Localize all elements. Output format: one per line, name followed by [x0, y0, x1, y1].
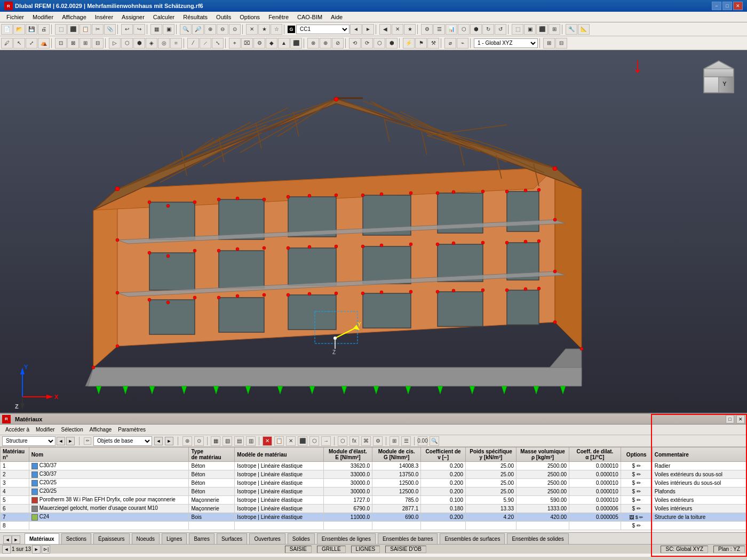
tb2-btn-13[interactable]: ◎	[158, 38, 170, 49]
panel-tb-1[interactable]: ⊛	[182, 436, 192, 446]
tb-btn-6[interactable]: ⬛	[67, 24, 79, 35]
print-button[interactable]: 🖨	[38, 24, 50, 35]
global-xyz-combo[interactable]: 1 - Global XYZ	[474, 38, 538, 48]
tab-solides[interactable]: Solides	[288, 533, 315, 544]
menu-outils[interactable]: Outils	[212, 13, 235, 21]
cell-options[interactable]: 🖼 $ ✏	[621, 513, 652, 522]
tb2-btn-20[interactable]: ⚙	[253, 38, 265, 49]
menu-fenetre[interactable]: Fenêtre	[264, 13, 293, 21]
tb2-btn-1[interactable]: 🖊	[1, 38, 13, 49]
panel-expand-button[interactable]: □	[726, 415, 734, 423]
tb2-btn-28[interactable]: ⟳	[361, 38, 373, 49]
tb2-btn-8[interactable]: ⊟	[92, 38, 104, 49]
window-controls[interactable]: − □ ✕	[712, 2, 743, 10]
tb-btn-16[interactable]: ⊕	[204, 24, 216, 35]
panel-tb-9[interactable]: ✕	[286, 436, 296, 446]
tb-btn-34[interactable]: ⬛	[536, 24, 548, 35]
tb-nav-next[interactable]: ►	[362, 24, 374, 35]
panel-objects-combo[interactable]: Objets de base	[93, 436, 152, 446]
status-saisie-ob[interactable]: SAISIE D'OB	[385, 546, 426, 553]
tb-btn-21[interactable]: ☆	[271, 24, 282, 35]
tab-surfaces[interactable]: Surfaces	[217, 533, 247, 544]
tab-ensembles-de-lignes[interactable]: Ensembles de lignes	[317, 533, 376, 544]
panel-tb-3[interactable]: ▦	[211, 436, 220, 446]
status-saisie[interactable]: SAISIE	[285, 546, 312, 553]
table-row[interactable]: 2C30/37BétonIsotrope | Linéaire élastiqu…	[1, 470, 747, 479]
open-button[interactable]: 📂	[13, 24, 25, 35]
tb-btn-25[interactable]: ⚙	[421, 24, 433, 35]
panel-prev2-btn[interactable]: ◄	[154, 437, 163, 445]
tb2-btn-10[interactable]: ⬡	[121, 38, 133, 49]
tb-btn-27[interactable]: 📊	[446, 24, 457, 35]
panel-tb-num[interactable]: 0.00	[418, 436, 427, 446]
panel-tb-2[interactable]: ⊙	[194, 436, 204, 446]
tb2-btn-26[interactable]: ⊘	[332, 38, 344, 49]
tb2-btn-18[interactable]: ⌖	[229, 38, 241, 49]
cc-combo[interactable]: CC1	[296, 25, 349, 34]
tb2-btn-7[interactable]: ⊞	[80, 38, 91, 49]
panel-tb-5[interactable]: ▤	[234, 436, 244, 446]
panel-tb-12[interactable]: →	[321, 436, 331, 446]
tb-btn-20[interactable]: ★	[258, 24, 270, 35]
undo-button[interactable]: ↩	[121, 24, 133, 35]
cell-options[interactable]: $ ✏	[621, 462, 652, 470]
tb-btn-19[interactable]: ✕	[246, 24, 258, 35]
tb-btn-28[interactable]: ⬡	[458, 24, 470, 35]
minimize-button[interactable]: −	[712, 2, 721, 10]
table-row[interactable]: 3C20/25BétonIsotrope | Linéaire élastiqu…	[1, 479, 747, 487]
menu-resultats[interactable]: Résultats	[179, 13, 212, 21]
panel-tb-17[interactable]: ⊞	[390, 436, 399, 446]
panel-tb-15[interactable]: ⌘	[361, 436, 371, 446]
menu-fichier[interactable]: Fichier	[2, 13, 28, 21]
tb-btn-24[interactable]: ★	[404, 24, 416, 35]
tb2-btn-22[interactable]: ▲	[278, 38, 290, 49]
tb-btn-8[interactable]: ✂	[92, 24, 104, 35]
page-prev-btn[interactable]: ◄	[2, 545, 11, 554]
cell-options[interactable]: $ ✏	[621, 496, 652, 505]
panel-tb-4[interactable]: ▧	[222, 436, 232, 446]
tab-scroll-right[interactable]: ►	[12, 535, 20, 544]
menu-assigner[interactable]: Assigner	[117, 13, 149, 21]
view-cube[interactable]: Y	[699, 58, 736, 95]
tb2-btn-6[interactable]: ⊠	[67, 38, 79, 49]
panel-tb-16[interactable]: ⚙	[373, 436, 383, 446]
tab-barres[interactable]: Barres	[189, 533, 214, 544]
3d-viewport[interactable]: Y X Z Y Z	[0, 50, 747, 413]
panel-menu-affichage[interactable]: Affichage	[86, 426, 115, 433]
tb2-btn-5[interactable]: ⊡	[55, 38, 67, 49]
maximize-button[interactable]: □	[722, 2, 732, 10]
tb-btn-35[interactable]: ⊞	[549, 24, 560, 35]
tb-btn-32[interactable]: ⬚	[512, 24, 523, 35]
panel-tb-11[interactable]: ⬡	[309, 436, 319, 446]
tb-btn-26[interactable]: ☰	[433, 24, 445, 35]
tab-noeuds[interactable]: Noeuds	[132, 533, 160, 544]
tb2-btn-14[interactable]: ⌗	[170, 38, 182, 49]
page-last-btn[interactable]: ⊳|	[42, 545, 50, 554]
menu-aide[interactable]: Aide	[327, 13, 347, 21]
panel-menu-selection[interactable]: Sélection	[58, 426, 86, 433]
redo-button[interactable]: ↪	[133, 24, 145, 35]
tb-btn-14[interactable]: 🔍	[180, 24, 192, 35]
panel-tb-6[interactable]: ▥	[246, 436, 256, 446]
tb-btn-12[interactable]: ▦	[150, 24, 162, 35]
tb2-btn-37[interactable]: ⊟	[555, 38, 567, 49]
tb2-btn-15[interactable]: ∕	[187, 38, 199, 49]
materials-table-container[interactable]: Matériaun° Nom Typede matériau Modèle de…	[0, 447, 747, 532]
panel-menu-acceder[interactable]: Accéder à	[2, 426, 33, 433]
tb-btn-31[interactable]: ↺	[495, 24, 506, 35]
cell-options[interactable]: $ ✏	[621, 479, 652, 487]
tb-btn-9[interactable]: 📎	[104, 24, 116, 35]
table-row[interactable]: 7C24BoisIsotrope | Linéaire élastique110…	[1, 513, 747, 522]
table-row[interactable]: 4C20/25BétonIsotrope | Linéaire élastiqu…	[1, 487, 747, 496]
menu-calculer[interactable]: Calculer	[149, 13, 179, 21]
tb2-btn-17[interactable]: ⤡	[212, 38, 224, 49]
tab-ensembles-de-solides[interactable]: Ensembles de solides	[507, 533, 568, 544]
table-row[interactable]: 6Mauerziegel gelocht, mortier d'usage co…	[1, 505, 747, 513]
tb2-btn-21[interactable]: ◆	[266, 38, 277, 49]
tb2-btn-25[interactable]: ⊕	[320, 38, 331, 49]
page-next-btn[interactable]: ►	[32, 545, 41, 554]
tb2-btn-3[interactable]: ⤢	[26, 38, 37, 49]
panel-tb-10[interactable]: ⬛	[298, 436, 307, 446]
tb2-btn-29[interactable]: ⬡	[374, 38, 385, 49]
save-button[interactable]: 💾	[26, 24, 37, 35]
